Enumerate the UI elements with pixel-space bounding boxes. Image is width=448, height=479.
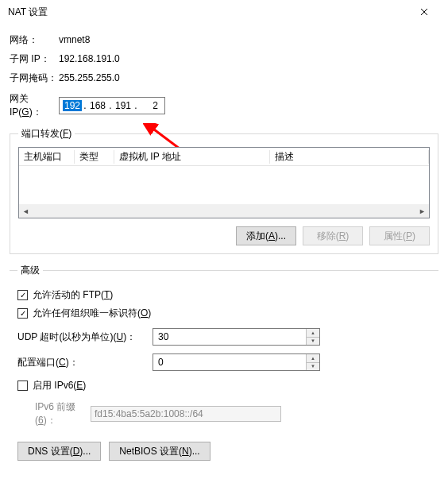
spin-down-icon[interactable]: ▼ — [307, 363, 319, 371]
ipv6-prefix-label: IPv6 前缀(6)： — [35, 400, 91, 427]
dns-settings-button[interactable]: DNS 设置(D)... — [17, 442, 101, 461]
gateway-label: 网关 IP(G)： — [10, 92, 59, 119]
network-label: 网络： — [10, 33, 59, 47]
scroll-right-icon[interactable]: ► — [415, 204, 429, 218]
add-button[interactable]: 添加(A)... — [236, 226, 296, 245]
netbios-settings-button[interactable]: NetBIOS 设置(N)... — [109, 442, 210, 461]
config-port-value[interactable]: 0 — [153, 354, 306, 370]
remove-button: 移除(R) — [303, 226, 363, 245]
port-forward-legend: 端口转发(F) — [18, 127, 75, 141]
spin-down-icon[interactable]: ▼ — [307, 338, 319, 346]
ip-seg-4[interactable]: 2 — [139, 100, 161, 111]
ip-seg-3[interactable]: 191 — [114, 100, 133, 111]
network-value: vmnet8 — [59, 34, 90, 45]
subnet-ip-value: 192.168.191.0 — [59, 53, 120, 64]
gateway-ip-input[interactable]: 192 . 168 . 191 . 2 — [59, 97, 165, 114]
subnet-mask-label: 子网掩码： — [10, 71, 59, 85]
subnet-ip-label: 子网 IP： — [10, 52, 59, 66]
allow-any-oui-checkbox[interactable]: ✓ 允许任何组织唯一标识符(O) — [17, 307, 431, 320]
port-forward-group: 端口转发(F) 主机端口 类型 虚拟机 IP 地址 描述 ◄ ► 添加(A)..… — [10, 127, 438, 254]
scroll-left-icon[interactable]: ◄ — [19, 204, 33, 218]
ip-seg-2[interactable]: 168 — [88, 100, 107, 111]
port-forward-table[interactable]: 主机端口 类型 虚拟机 IP 地址 描述 ◄ ► — [18, 147, 430, 218]
col-host-port[interactable]: 主机端口 — [19, 150, 75, 164]
config-port-input[interactable]: 0 ▲ ▼ — [153, 353, 320, 371]
checkbox-unchecked-icon — [17, 380, 28, 391]
spin-up-icon[interactable]: ▲ — [307, 354, 319, 363]
udp-timeout-label: UDP 超时(以秒为单位)(U)： — [17, 330, 153, 344]
close-icon — [420, 8, 428, 16]
col-vm-ip[interactable]: 虚拟机 IP 地址 — [114, 150, 270, 164]
allow-active-ftp-checkbox[interactable]: ✓ 允许活动的 FTP(T) — [17, 288, 431, 302]
col-type[interactable]: 类型 — [75, 150, 114, 164]
checkbox-checked-icon: ✓ — [17, 290, 28, 300]
udp-timeout-input[interactable]: 30 ▲ ▼ — [153, 328, 320, 346]
properties-button: 属性(P) — [369, 226, 430, 245]
spin-up-icon[interactable]: ▲ — [307, 329, 319, 338]
ipv6-prefix-input — [91, 406, 281, 422]
checkbox-checked-icon: ✓ — [17, 308, 28, 319]
window-title: NAT 设置 — [8, 6, 48, 19]
col-desc[interactable]: 描述 — [270, 150, 429, 164]
close-button[interactable] — [408, 1, 440, 23]
ip-seg-1[interactable]: 192 — [63, 100, 82, 111]
config-port-label: 配置端口(C)： — [17, 356, 153, 369]
enable-ipv6-checkbox[interactable]: 启用 IPv6(E) — [17, 379, 431, 392]
advanced-group: 高级 ✓ 允许活动的 FTP(T) ✓ 允许任何组织唯一标识符(O) UDP 超… — [10, 264, 438, 461]
horizontal-scrollbar[interactable]: ◄ ► — [19, 204, 429, 218]
advanced-legend: 高级 — [17, 264, 43, 277]
udp-timeout-value[interactable]: 30 — [153, 329, 306, 345]
subnet-mask-value: 255.255.255.0 — [59, 72, 120, 83]
